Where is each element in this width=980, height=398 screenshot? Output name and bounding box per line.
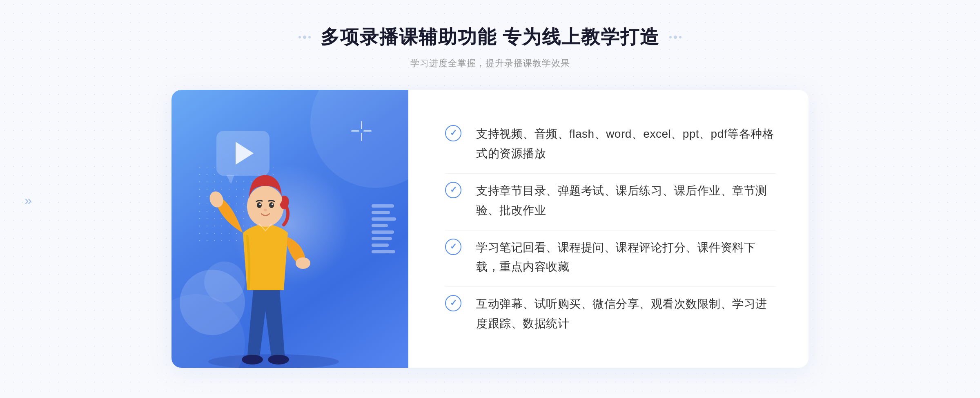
sparkle-decoration: [351, 121, 372, 141]
svg-point-8: [259, 203, 261, 205]
person-illustration: [184, 139, 380, 368]
feature-text-1: 支持视频、音频、flash、word、excel、ppt、pdf等各种格式的资源…: [476, 124, 776, 163]
main-title: 多项录播课辅助功能 专为线上教学打造: [321, 25, 660, 50]
check-mark-1: ✓: [450, 129, 457, 137]
svg-point-1: [242, 355, 263, 364]
check-icon-4: ✓: [445, 295, 461, 311]
header-section: 多项录播课辅助功能 专为线上教学打造 学习进度全掌握，提升录播课教学效果: [298, 25, 682, 69]
check-mark-4: ✓: [450, 299, 457, 307]
svg-point-7: [257, 202, 262, 208]
check-mark-2: ✓: [450, 186, 457, 194]
check-icon-1: ✓: [445, 125, 461, 141]
page-wrapper: » 多项录播课辅助功能 专为线上教学打造 学习进度全掌握，提升录播课教学效果: [0, 0, 980, 398]
feature-text-2: 支持章节目录、弹题考试、课后练习、课后作业、章节测验、批改作业: [476, 181, 776, 220]
content-card: ✓ 支持视频、音频、flash、word、excel、ppt、pdf等各种格式的…: [172, 90, 808, 368]
check-icon-2: ✓: [445, 182, 461, 198]
title-decoration-right: [669, 36, 682, 39]
svg-point-11: [264, 209, 267, 211]
svg-point-2: [268, 355, 289, 364]
sub-title: 学习进度全掌握，提升录播课教学效果: [298, 57, 682, 69]
svg-point-4: [296, 257, 310, 269]
check-icon-3: ✓: [445, 239, 461, 255]
feature-item-4: ✓ 互动弹幕、试听购买、微信分享、观看次数限制、学习进度跟踪、数据统计: [445, 286, 776, 340]
left-panel: [172, 90, 408, 368]
feature-item-2: ✓ 支持章节目录、弹题考试、课后练习、课后作业、章节测验、批改作业: [445, 173, 776, 227]
title-decoration-left: [298, 36, 311, 39]
svg-point-6: [247, 186, 284, 227]
right-panel: ✓ 支持视频、音频、flash、word、excel、ppt、pdf等各种格式的…: [408, 90, 808, 368]
feature-text-4: 互动弹幕、试听购买、微信分享、观看次数限制、学习进度跟踪、数据统计: [476, 294, 776, 333]
check-mark-3: ✓: [450, 242, 457, 250]
svg-point-10: [272, 203, 273, 205]
feature-item-3: ✓ 学习笔记回看、课程提问、课程评论打分、课件资料下载，重点内容收藏: [445, 230, 776, 284]
chevron-right-icon: »: [24, 193, 32, 208]
feature-item-1: ✓ 支持视频、音频、flash、word、excel、ppt、pdf等各种格式的…: [445, 117, 776, 170]
svg-point-9: [269, 202, 274, 208]
outer-chevrons: »: [24, 193, 32, 208]
feature-text-3: 学习笔记回看、课程提问、课程评论打分、课件资料下载，重点内容收藏: [476, 238, 776, 277]
title-row: 多项录播课辅助功能 专为线上教学打造: [298, 25, 682, 50]
